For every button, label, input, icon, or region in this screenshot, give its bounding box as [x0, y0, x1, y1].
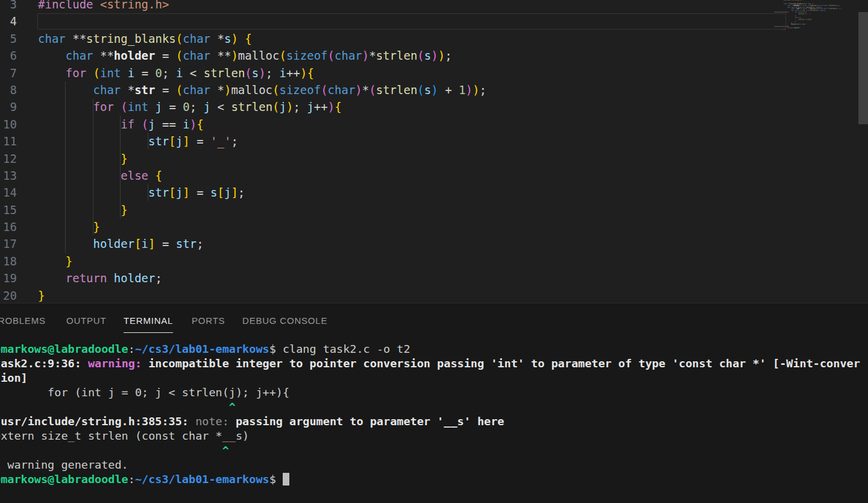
terminal-cursor: [283, 473, 289, 486]
code-line: char *str = (char *)malloc(sizeof(char)*…: [38, 81, 486, 98]
line-number: 15: [0, 201, 17, 218]
line-number: 14: [0, 184, 17, 201]
line-number: 8: [0, 81, 17, 98]
tab-terminal[interactable]: TERMINAL: [124, 315, 173, 333]
terminal-output[interactable]: emarkows@labradoodle:~/cs3/lab01-emarkow…: [0, 342, 860, 487]
tab-ports[interactable]: PORTS: [192, 315, 225, 332]
terminal-line: sion]: [0, 371, 860, 385]
bottom-panel: PROBLEMSOUTPUTTERMINALPORTSDEBUG CONSOLE…: [0, 303, 868, 503]
line-number: 7: [0, 65, 17, 81]
code-line: for (int j = 0; j < strlen(j); j++){: [38, 98, 486, 115]
tab-problems[interactable]: PROBLEMS: [0, 315, 46, 332]
line-number: 10: [0, 116, 17, 133]
code-text-area[interactable]: #include <string.h> char **string_blanks…: [38, 0, 486, 303]
editor-scrollbar-thumb[interactable]: [858, 12, 868, 124]
minimap-code: #include <string.h> char **string_blanks…: [784, 0, 841, 31]
terminal-line: ^: [0, 400, 860, 414]
line-number: 4: [0, 13, 17, 30]
line-number: 17: [0, 235, 17, 252]
code-line: }: [38, 253, 486, 270]
code-line: }: [38, 218, 486, 235]
line-number: 5: [0, 30, 17, 47]
terminal-line: task2.c:9:36: warning: incompatible inte…: [0, 356, 860, 371]
code-editor[interactable]: 34567891011121314151617181920 #include <…: [0, 0, 868, 303]
terminal-line: for (int j = 0; j < strlen(j); j++){: [0, 385, 860, 400]
terminal-line: emarkows@labradoodle:~/cs3/lab01-emarkow…: [0, 342, 860, 356]
panel-tab-bar: PROBLEMSOUTPUTTERMINALPORTSDEBUG CONSOLE: [0, 303, 868, 335]
line-number: 18: [0, 253, 17, 270]
code-line: char **holder = (char **)malloc(sizeof(c…: [38, 47, 486, 64]
code-line: }: [38, 201, 486, 218]
code-line: }: [38, 287, 486, 303]
code-line: str[j] = '_';: [38, 133, 486, 150]
code-line: #include <string.h>: [38, 0, 486, 13]
terminal-line: /usr/include/string.h:385:35: note: pass…: [0, 414, 860, 429]
vscode-window: 34567891011121314151617181920 #include <…: [0, 0, 868, 503]
minimap-line: }: [784, 30, 841, 31]
code-line: holder[i] = str;: [38, 235, 486, 252]
editor-scrollbar-track[interactable]: [858, 0, 868, 303]
terminal-line: ^: [0, 443, 860, 458]
line-number: 13: [0, 167, 17, 184]
tab-output[interactable]: OUTPUT: [66, 315, 106, 332]
terminal-line: 1 warning generated.: [0, 458, 860, 472]
line-number: 11: [0, 133, 17, 150]
line-number: 12: [0, 150, 17, 167]
line-number: 16: [0, 218, 17, 235]
line-number: 19: [0, 270, 17, 286]
code-line: }: [38, 150, 486, 167]
code-line: str[j] = s[j];: [38, 184, 486, 201]
line-number: 6: [0, 47, 17, 64]
line-number: 20: [0, 287, 17, 303]
terminal-line: emarkows@labradoodle:~/cs3/lab01-emarkow…: [0, 472, 860, 487]
editor-gutter: 34567891011121314151617181920: [0, 0, 17, 303]
code-line: else {: [38, 167, 486, 184]
code-line: char **string_blanks(char *s) {: [38, 30, 486, 47]
terminal-line: extern size_t strlen (const char *__s): [0, 429, 860, 443]
tab-debug-console[interactable]: DEBUG CONSOLE: [242, 315, 327, 332]
code-line: [38, 13, 486, 30]
minimap[interactable]: #include <string.h> char **string_blanks…: [784, 0, 841, 35]
code-line: if (j == i){: [38, 116, 486, 133]
line-number: 9: [0, 98, 17, 115]
code-line: for (int i = 0; i < strlen(s); i++){: [38, 65, 486, 81]
code-line: return holder;: [38, 270, 486, 286]
line-number: 3: [0, 0, 17, 13]
